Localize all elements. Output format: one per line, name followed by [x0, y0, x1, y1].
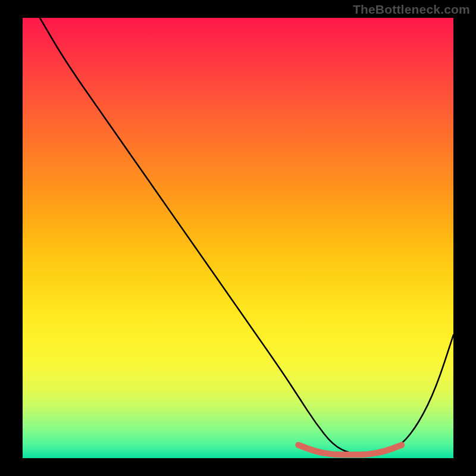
- chart-frame: TheBottleneck.com: [0, 0, 476, 476]
- plot-area: [23, 18, 453, 458]
- chart-svg: [23, 18, 453, 458]
- highlight-segment: [298, 445, 402, 455]
- watermark-text: TheBottleneck.com: [353, 2, 470, 17]
- main-curve: [40, 18, 453, 454]
